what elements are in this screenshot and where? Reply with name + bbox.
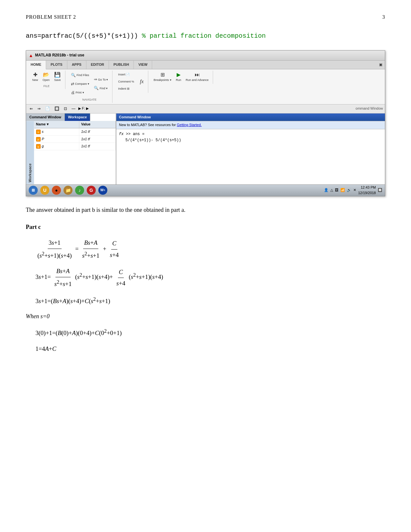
code-text: ans=partfrac(5/((s+5)*(s+1)))	[26, 32, 138, 40]
clock-time: 12:43 PM	[358, 185, 376, 191]
print-button[interactable]: 🖨 Print ▾	[69, 89, 91, 97]
ribbon-buttons-row: ✚ New 📂 Open 💾 Save FILE	[26, 69, 385, 104]
app1-symbol: ●	[55, 187, 58, 194]
toolbar-icon3[interactable]: ⊡	[62, 105, 69, 113]
var-p-icon: p	[36, 137, 41, 142]
breakpoints-button[interactable]: ⊞ Breakpoints ▾	[152, 71, 173, 83]
cmd-window-label: ommand Window	[356, 106, 383, 112]
tab-home[interactable]: HOME	[26, 61, 46, 69]
doc-title: PROBLEM SHEET 2	[26, 13, 76, 21]
taskbar-icon-x: ✕	[353, 187, 356, 193]
ans-line: 5/(4*(s+1))- 5/(4*(s+5))	[125, 137, 181, 143]
eq2-den2: s+4	[115, 278, 126, 288]
taskbar-app1-icon[interactable]: ●	[52, 186, 61, 195]
indent-label: Indent ⊞	[118, 86, 130, 91]
taskbar-icon-notify: △	[330, 187, 333, 193]
new-button[interactable]: ✚ New	[31, 71, 40, 83]
back-toolbar-btn[interactable]: ⇐	[28, 105, 34, 113]
tab-plots[interactable]: PLOTS	[46, 61, 67, 69]
print-label: Print ▾	[76, 90, 84, 95]
open-button[interactable]: 📂 Open	[41, 71, 51, 83]
eq1-num3: C	[111, 239, 117, 249]
tab-publish[interactable]: PUBLISH	[109, 61, 134, 69]
table-row[interactable]: pP 1x1 tf	[34, 135, 116, 143]
find-files-label: Find Files	[77, 73, 89, 77]
tab-view[interactable]: VIEW	[134, 61, 152, 69]
matlab-window-title: MATLAB R2018b - trial use	[35, 52, 84, 58]
tab-apps[interactable]: APPS	[67, 61, 86, 69]
taskbar-icon-wifi: 📶	[340, 187, 345, 193]
run-button[interactable]: ▶ Run	[174, 71, 183, 83]
workspace-area: Workspace Name ▾ Value ss 1x1 tf	[26, 121, 116, 184]
ribbon-group-run: ⊞ Breakpoints ▾ ▶ Run ⏭ Run and Advance	[150, 71, 213, 84]
indent-button[interactable]: Indent ⊞	[116, 85, 136, 92]
var-g-name: gg	[34, 143, 79, 150]
taskbar-app3-icon[interactable]: G	[87, 186, 96, 195]
matlab-panels: Command Window Workspace Workspace Name …	[26, 113, 385, 184]
eq2-den: s2+s+1	[54, 277, 73, 289]
ribbon-tab-spacer	[152, 61, 377, 69]
forward-toolbar-btn[interactable]: ⇒	[36, 105, 42, 113]
run-buttons: ⊞ Breakpoints ▾ ▶ Run ⏭ Run and Advance	[152, 71, 210, 83]
eq1-den2: s2+s+1	[81, 249, 101, 261]
col-name-header: Name ▾	[34, 121, 79, 128]
insert-button[interactable]: Insert 📄	[116, 71, 136, 78]
code-comment: % partial fraction decomposition	[142, 32, 266, 40]
right-panel: Command Window New to MATLAB? See resour…	[116, 113, 385, 184]
toolbar-icon1[interactable]: 📄	[44, 105, 52, 113]
goto-button[interactable]: ⇒ Go To ▾	[92, 75, 110, 84]
eq1-num2: Bs+A	[83, 238, 98, 249]
toolbar-icon2[interactable]: 🔲	[53, 105, 61, 113]
var-p-name: pP	[34, 135, 79, 143]
comment-button[interactable]: Comment %	[116, 78, 136, 85]
when-s0: When s=0	[26, 312, 385, 321]
part-c-heading: Part c	[26, 222, 385, 232]
compare-icon: ⇄	[71, 81, 74, 87]
find-button[interactable]: 🔍 Find ▾	[92, 84, 110, 92]
taskbar-start-icon[interactable]: ⊞	[29, 186, 38, 195]
fx-button[interactable]: fx	[138, 76, 145, 87]
taskbar-left: ⊞ U ● 📁 ♪ G W≡	[29, 186, 107, 195]
var-s-value: 1x1 tf	[79, 128, 115, 135]
tab-editor[interactable]: EDITOR	[86, 61, 109, 69]
app2-symbol: ♪	[79, 187, 81, 194]
cmd-window-tab[interactable]: Command Window	[26, 113, 65, 121]
eq1-den3: s+4	[109, 250, 120, 260]
taskbar-folder-icon[interactable]: 📁	[64, 186, 73, 195]
file-buttons: ✚ New 📂 Open 💾 Save	[31, 71, 63, 83]
command-output-area: fx >> ans = 5/(4*(s+1))- 5/(4*(s+5))	[116, 129, 385, 145]
taskbar-u-icon[interactable]: U	[40, 186, 49, 195]
eq1-frac: 3s+1 (s2+s+1)(s+4)	[36, 238, 73, 261]
compare-button[interactable]: ⇄ Compare ▾	[69, 80, 91, 88]
find-icon: 🔍	[94, 85, 99, 91]
run-icon: ▶	[177, 72, 181, 77]
taskbar-app2-icon[interactable]: ♪	[75, 186, 84, 195]
taskbar-right: 👤 △ 🖼 📶 🔊 ✕ 12:43 PM 12/19/2018 🔲	[324, 185, 382, 196]
workspace-tab[interactable]: Workspace	[65, 113, 91, 121]
taskbar-icon-img: 🖼	[335, 187, 338, 193]
save-button[interactable]: 💾 Save	[53, 71, 63, 83]
equation-4: 3(0)+1=(B(0)+A)(0+4)+C(02+0+1)	[35, 327, 385, 338]
breakpoints-icon: ⊞	[161, 72, 165, 77]
taskbar: ⊞ U ● 📁 ♪ G W≡ 👤 △ 🖼 📶	[26, 184, 385, 196]
find-files-button[interactable]: 🔍 Find Files	[69, 71, 91, 79]
equation-5: 1=4A+C	[35, 344, 385, 354]
table-row[interactable]: gg 1x1 tf	[34, 143, 116, 150]
toolbar-dash: —	[70, 105, 77, 113]
taskbar-word-icon[interactable]: W≡	[98, 186, 107, 195]
taskbar-notif-icon[interactable]: 🔲	[378, 187, 382, 193]
eq1-num: 3s+1	[48, 238, 62, 249]
eq1-lhs: 3s+1 (s2+s+1)(s+4) = Bs+A s2+s+1 + C s+4	[35, 245, 121, 252]
equation-3: 3s+1=(Bs+A)(s+4)+C(s2+s+1)	[35, 295, 385, 306]
compare-label: Compare ▾	[75, 82, 90, 86]
word-symbol: W≡	[100, 188, 105, 193]
run-advance-button[interactable]: ⏭ Run and Advance	[184, 71, 210, 83]
save-label: Save	[54, 78, 61, 82]
ribbon-tabs: HOME PLOTS APPS EDITOR PUBLISH VIEW ▣	[26, 61, 385, 69]
getting-started-link[interactable]: Getting Started.	[177, 123, 202, 127]
new-label: New	[32, 78, 38, 82]
table-row[interactable]: ss 1x1 tf	[34, 128, 116, 135]
navigate-buttons: 🔍 Find Files ⇄ Compare ▾ 🖨 Print ▾	[69, 71, 110, 97]
fx-label: fx	[119, 132, 123, 136]
command-output-text: fx >> ans = 5/(4*(s+1))- 5/(4*(s+5))	[119, 131, 181, 143]
